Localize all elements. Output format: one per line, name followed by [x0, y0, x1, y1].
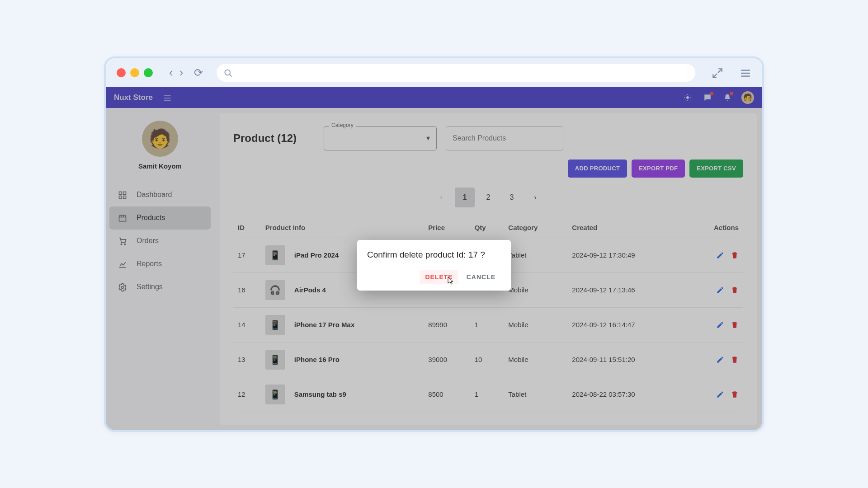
- svg-line-1: [230, 74, 232, 76]
- expand-icon[interactable]: [712, 66, 723, 80]
- window-minimize-button[interactable]: [130, 68, 139, 77]
- dialog-actions: DELETE CANCLE: [367, 270, 501, 284]
- app-wrapper: Nuxt Store 🧑 🧑 Samit Koyom: [106, 87, 762, 430]
- browser-menu-icon[interactable]: [740, 66, 751, 80]
- dialog-cancel-button[interactable]: CANCLE: [461, 270, 501, 284]
- browser-forward-button[interactable]: ›: [179, 66, 184, 80]
- search-icon: [224, 67, 233, 78]
- browser-frame: ‹ › ⟳ Nuxt Store: [104, 56, 764, 432]
- window-close-button[interactable]: [117, 68, 126, 77]
- browser-reload-button[interactable]: ⟳: [194, 66, 203, 79]
- dialog-title: Confirm delete product Id: 17 ?: [367, 250, 501, 260]
- dialog-delete-button[interactable]: DELETE: [420, 270, 458, 284]
- window-controls: [117, 68, 153, 77]
- browser-address-bar[interactable]: [217, 64, 695, 82]
- browser-chrome-bar: ‹ › ⟳: [106, 58, 762, 87]
- window-maximize-button[interactable]: [144, 68, 153, 77]
- svg-point-0: [225, 70, 231, 75]
- browser-back-button[interactable]: ‹: [169, 66, 173, 80]
- browser-nav-arrows: ‹ ›: [169, 66, 183, 80]
- confirm-delete-dialog: Confirm delete product Id: 17 ? DELETE C…: [357, 240, 511, 291]
